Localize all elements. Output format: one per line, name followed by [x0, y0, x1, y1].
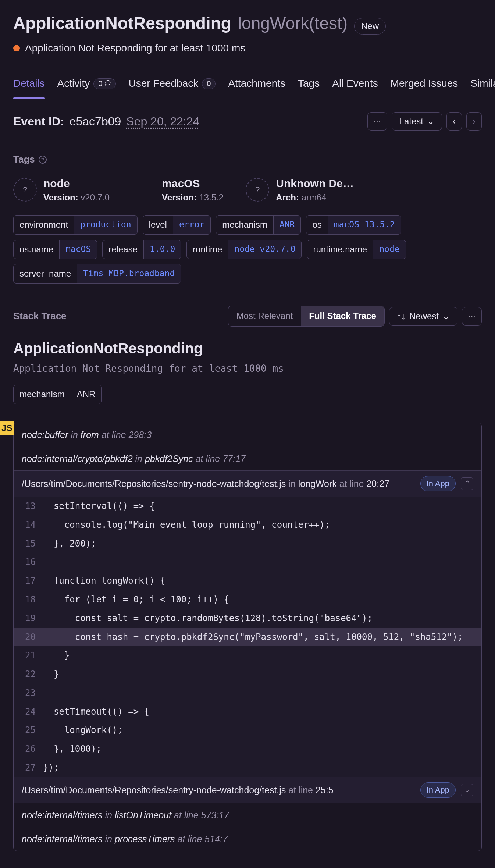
tab-activity[interactable]: Activity0: [57, 70, 116, 99]
tab-badge: 0: [93, 78, 116, 89]
more-icon: ···: [374, 116, 381, 127]
code-line: 22 }: [14, 665, 481, 684]
code-line: 27});: [14, 758, 481, 777]
issue-tabs: DetailsActivity0User Feedback0Attachment…: [0, 70, 495, 99]
mechanism-pill[interactable]: mechanism ANR: [13, 385, 102, 404]
tag-key: runtime.name: [307, 240, 373, 259]
stacktrace-more-button[interactable]: ···: [462, 307, 482, 326]
issue-function: longWork(test): [238, 11, 348, 36]
tag-pill[interactable]: osmacOS 13.5.2: [306, 215, 401, 235]
env-title: node: [43, 175, 110, 192]
tag-value: 1.0.0: [143, 240, 181, 259]
tag-key: environment: [14, 216, 74, 234]
env-sub: Version: 13.5.2: [162, 191, 224, 204]
status-badge: New: [354, 18, 386, 35]
tag-key: runtime: [187, 240, 228, 259]
code-source: function longWork() {: [43, 572, 481, 590]
stacktrace-sort-button[interactable]: ↑↓ Newest ⌄: [389, 307, 457, 326]
tab-label: User Feedback: [128, 76, 198, 91]
frame-row[interactable]: node:internal/timers in processTimers at…: [14, 827, 481, 851]
event-latest-button[interactable]: Latest ⌄: [392, 112, 442, 131]
code-source: [43, 684, 481, 702]
code-source: }: [43, 665, 481, 684]
tags-label-text: Tags: [13, 153, 35, 167]
chevron-down-icon: ⌄: [442, 311, 450, 321]
stacktrace-view-toggle: Most Relevant Full Stack Trace: [228, 306, 385, 327]
tag-pill[interactable]: runtimenode v20.7.0: [186, 240, 302, 259]
tag-value: ANR: [273, 216, 301, 234]
code-line: 18 for (let i = 0; i < 100; i++) {: [14, 590, 481, 609]
event-date[interactable]: Sep 20, 22:24: [126, 113, 199, 130]
code-source: });: [43, 758, 481, 777]
tab-label: Attachments: [228, 76, 285, 91]
chevron-left-icon: ‹: [453, 116, 456, 127]
env-item[interactable]: macOSVersion: 13.5.2: [132, 175, 224, 204]
tab-similar-issues[interactable]: Similar Issues: [470, 70, 495, 99]
seg-full-stacktrace[interactable]: Full Stack Trace: [301, 306, 384, 326]
in-app-badge: In App: [420, 476, 456, 491]
event-header: Event ID: e5ac7b09 Sep 20, 22:24 ··· Lat…: [13, 112, 482, 131]
frames-list: node:buffer in from at line 298:3node:in…: [13, 423, 482, 851]
tag-pill[interactable]: runtime.namenode: [307, 240, 406, 259]
event-next-button[interactable]: ›: [466, 112, 482, 131]
tab-merged-issues[interactable]: Merged Issues: [391, 70, 458, 99]
tag-pill[interactable]: environmentproduction: [13, 215, 138, 235]
tag-value: macOS: [59, 240, 97, 259]
tag-value: production: [74, 216, 137, 234]
tag-value: Tims-MBP.broadband: [77, 264, 181, 283]
tab-label: Similar Issues: [470, 76, 495, 91]
code-line: 20 const hash = crypto.pbkdf2Sync("myPas…: [14, 628, 481, 647]
tab-label: Merged Issues: [391, 76, 458, 91]
chevron-down-icon[interactable]: ⌄: [461, 784, 473, 796]
event-more-button[interactable]: ···: [367, 112, 387, 131]
code-line: 24 setTimeout(() => {: [14, 702, 481, 721]
stacktrace-label: Stack Trace: [13, 309, 67, 323]
chevron-up-icon[interactable]: ⌃: [461, 477, 473, 490]
apple-icon: [132, 178, 155, 202]
env-item[interactable]: ?nodeVersion: v20.7.0: [13, 175, 110, 204]
tag-pill[interactable]: mechanismANR: [216, 215, 301, 235]
code-line: 23: [14, 684, 481, 702]
tag-list: environmentproductionlevelerrormechanism…: [13, 215, 482, 284]
code-source: longWork();: [43, 721, 481, 740]
code-source: const hash = crypto.pbkdf2Sync("myPasswo…: [43, 628, 481, 647]
line-number: 14: [14, 516, 43, 534]
frame-row[interactable]: node:internal/crypto/pbkdf2 in pbkdf2Syn…: [14, 447, 481, 471]
tag-pill[interactable]: levelerror: [143, 215, 211, 235]
tag-value: node: [373, 240, 405, 259]
event-id: e5ac7b09: [70, 113, 121, 130]
tag-pill[interactable]: server_nameTims-MBP.broadband: [13, 264, 181, 284]
issue-header: ApplicationNotResponding longWork(test) …: [0, 0, 495, 56]
line-number: 15: [14, 534, 43, 553]
exception-subtitle: Application Not Responding for at least …: [13, 362, 482, 376]
comment-icon: [104, 78, 111, 89]
tag-pill[interactable]: os.namemacOS: [13, 240, 97, 259]
frame-row[interactable]: /Users/tim/Documents/Repositories/sentry…: [14, 777, 481, 803]
line-number: 27: [14, 758, 43, 777]
code-block: 13 setInterval(() => {14 console.log("Ma…: [14, 497, 481, 777]
line-number: 25: [14, 721, 43, 740]
tag-value: error: [173, 216, 210, 234]
tab-attachments[interactable]: Attachments: [228, 70, 285, 99]
tab-tags[interactable]: Tags: [298, 70, 320, 99]
tab-all-events[interactable]: All Events: [332, 70, 378, 99]
frame-location: /Users/tim/Documents/Repositories/sentry…: [22, 783, 334, 797]
code-line: 15 }, 200);: [14, 534, 481, 553]
tag-pill[interactable]: release1.0.0: [102, 240, 181, 259]
frame-location: node:buffer in from at line 298:3: [22, 428, 152, 441]
tab-user-feedback[interactable]: User Feedback0: [128, 70, 216, 99]
help-icon[interactable]: ?: [39, 156, 47, 164]
tab-details[interactable]: Details: [13, 70, 45, 99]
more-icon: ···: [468, 311, 476, 321]
frame-row[interactable]: node:buffer in from at line 298:3: [14, 423, 481, 447]
code-source: setInterval(() => {: [43, 497, 481, 516]
event-id-label: Event ID:: [13, 113, 64, 130]
env-item[interactable]: ?Unknown De…Arch: arm64: [246, 175, 354, 204]
seg-most-relevant[interactable]: Most Relevant: [228, 306, 301, 326]
frame-location: node:internal/timers in listOnTimeout at…: [22, 808, 229, 822]
event-prev-button[interactable]: ‹: [446, 112, 462, 131]
frame-row[interactable]: node:internal/timers in listOnTimeout at…: [14, 803, 481, 827]
tag-key: release: [103, 240, 143, 259]
frame-row[interactable]: /Users/tim/Documents/Repositories/sentry…: [14, 471, 481, 497]
line-number: 17: [14, 572, 43, 590]
